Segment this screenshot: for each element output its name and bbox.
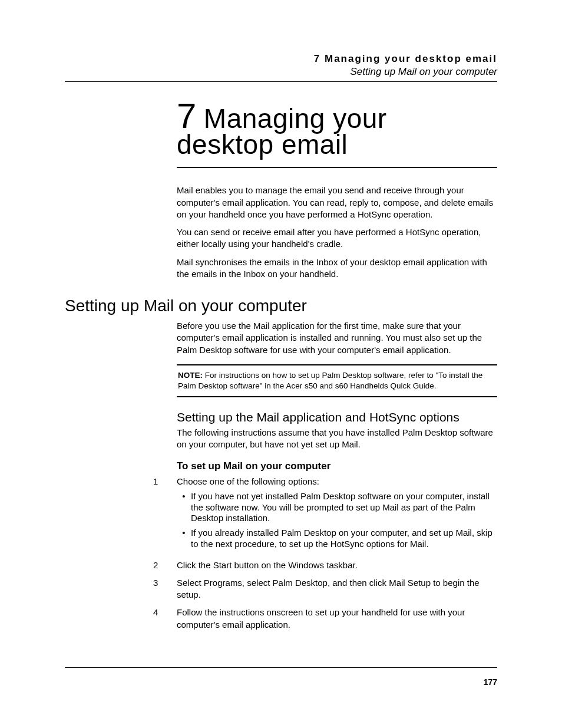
header-rule: [65, 81, 497, 82]
section1-paragraph: Before you use the Mail application for …: [177, 320, 497, 356]
step-number: 1: [153, 476, 177, 554]
intro-block: Mail enables you to manage the email you…: [177, 185, 497, 280]
step-text: Select Programs, select Palm Desktop, an…: [177, 577, 497, 601]
chapter-title-line2: desktop email: [177, 130, 497, 159]
bullet-text: If you already installed Palm Desktop on…: [191, 528, 497, 550]
chapter-title-block: 7 Managing your desktop email: [177, 98, 497, 168]
intro-paragraph: You can send or receive email after you …: [177, 226, 497, 251]
step-number: 3: [153, 577, 177, 601]
section-heading-setup-mail: Setting up Mail on your computer: [65, 297, 497, 315]
intro-paragraph: Mail enables you to manage the email you…: [177, 185, 497, 220]
bullet-list: • If you have not yet installed Palm Des…: [177, 491, 497, 550]
list-item: 2 Click the Start button on the Windows …: [177, 559, 497, 571]
footer-rule: [65, 667, 497, 668]
note-label: NOTE:: [178, 371, 203, 380]
chapter-number: 7: [177, 98, 196, 134]
note-box: NOTE: For instructions on how to set up …: [177, 364, 497, 397]
section1-body: Before you use the Mail application for …: [177, 320, 497, 631]
subsection-heading-hotsync: Setting up the Mail application and HotS…: [177, 410, 497, 424]
step-number: 4: [153, 607, 177, 631]
bullet-text: If you have not yet installed Palm Deskt…: [191, 491, 497, 524]
list-item: 4 Follow the instructions onscreen to se…: [177, 607, 497, 631]
section2-paragraph: The following instructions assume that y…: [177, 427, 497, 451]
running-header: 7 Managing your desktop email Setting up…: [65, 53, 497, 78]
bullet-icon: •: [177, 528, 191, 550]
step-text: Click the Start button on the Windows ta…: [177, 559, 497, 571]
bullet-item: • If you have not yet installed Palm Des…: [177, 491, 497, 524]
running-subheading: Setting up Mail on your computer: [65, 66, 497, 78]
step-number: 2: [153, 559, 177, 571]
list-item: 3 Select Programs, select Palm Desktop, …: [177, 577, 497, 601]
note-text: For instructions on how to set up Palm D…: [178, 371, 482, 390]
bullet-item: • If you already installed Palm Desktop …: [177, 528, 497, 550]
step-text: Follow the instructions onscreen to set …: [177, 607, 497, 631]
intro-paragraph: Mail synchronises the emails in the Inbo…: [177, 256, 497, 281]
page-number: 177: [484, 677, 497, 687]
step-text: Choose one of the following options:: [177, 476, 497, 487]
list-item: 1 Choose one of the following options: •…: [177, 476, 497, 554]
bullet-icon: •: [177, 491, 191, 524]
running-chapter: 7 Managing your desktop email: [65, 53, 497, 65]
procedure-heading: To set up Mail on your computer: [177, 460, 497, 472]
page: 7 Managing your desktop email Setting up…: [0, 0, 562, 728]
numbered-list: 1 Choose one of the following options: •…: [177, 476, 497, 631]
